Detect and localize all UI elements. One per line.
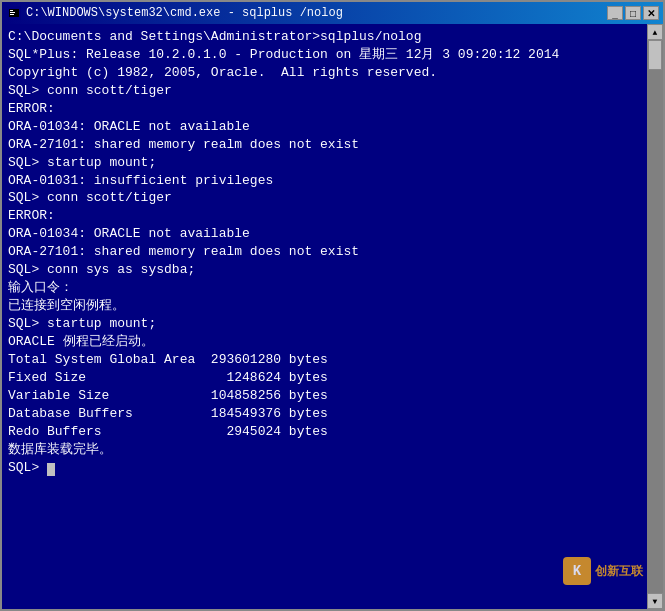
title-bar-left: C:\WINDOWS\system32\cmd.exe - sqlplus /n… xyxy=(6,5,343,21)
close-button[interactable]: ✕ xyxy=(643,6,659,20)
terminal-line: Database Buffers 184549376 bytes xyxy=(8,405,657,423)
watermark-label: 创新互联 xyxy=(595,563,643,580)
scroll-track xyxy=(647,40,663,593)
terminal-line: 输入口令： xyxy=(8,279,657,297)
scroll-thumb[interactable] xyxy=(648,40,662,70)
terminal-cursor xyxy=(47,463,55,476)
terminal-line: ORA-01034: ORACLE not available xyxy=(8,225,657,243)
terminal-output: C:\Documents and Settings\Administrator>… xyxy=(6,26,659,478)
maximize-button[interactable]: □ xyxy=(625,6,641,20)
terminal-line: ORA-27101: shared memory realm does not … xyxy=(8,243,657,261)
svg-rect-2 xyxy=(10,10,13,11)
terminal-line: ORA-01034: ORACLE not available xyxy=(8,118,657,136)
terminal-line: SQL> conn sys as sysdba; xyxy=(8,261,657,279)
terminal-line: SQL*Plus: Release 10.2.0.1.0 - Productio… xyxy=(8,46,657,64)
minimize-button[interactable]: _ xyxy=(607,6,623,20)
terminal-line: 已连接到空闲例程。 xyxy=(8,297,657,315)
watermark: K 创新互联 xyxy=(563,557,643,585)
terminal-line: C:\Documents and Settings\Administrator>… xyxy=(8,28,657,46)
terminal-line: ERROR: xyxy=(8,100,657,118)
watermark-icon: K xyxy=(563,557,591,585)
terminal-line: SQL> conn scott/tiger xyxy=(8,82,657,100)
terminal-area: C:\Documents and Settings\Administrator>… xyxy=(2,24,663,609)
terminal-line: ORA-27101: shared memory realm does not … xyxy=(8,136,657,154)
terminal-line: SQL> startup mount; xyxy=(8,154,657,172)
terminal-line: Copyright (c) 1982, 2005, Oracle. All ri… xyxy=(8,64,657,82)
terminal-line: SQL> startup mount; xyxy=(8,315,657,333)
svg-rect-4 xyxy=(10,14,14,15)
vertical-scrollbar[interactable]: ▲ ▼ xyxy=(647,24,663,609)
terminal-line: ORA-01031: insufficient privileges xyxy=(8,172,657,190)
terminal-line: SQL> xyxy=(8,459,657,477)
terminal-line: Fixed Size 1248624 bytes xyxy=(8,369,657,387)
terminal-line: SQL> conn scott/tiger xyxy=(8,189,657,207)
terminal-line: 数据库装载完毕。 xyxy=(8,441,657,459)
window-controls: _ □ ✕ xyxy=(607,6,659,20)
terminal-line: Redo Buffers 2945024 bytes xyxy=(8,423,657,441)
window-title: C:\WINDOWS\system32\cmd.exe - sqlplus /n… xyxy=(26,6,343,20)
terminal-line: ORACLE 例程已经启动。 xyxy=(8,333,657,351)
terminal-line: ERROR: xyxy=(8,207,657,225)
title-bar: C:\WINDOWS\system32\cmd.exe - sqlplus /n… xyxy=(2,2,663,24)
svg-rect-3 xyxy=(10,12,15,13)
cmd-icon xyxy=(6,5,22,21)
terminal-line: Variable Size 104858256 bytes xyxy=(8,387,657,405)
scroll-up-button[interactable]: ▲ xyxy=(647,24,663,40)
cmd-window: C:\WINDOWS\system32\cmd.exe - sqlplus /n… xyxy=(0,0,665,611)
scroll-down-button[interactable]: ▼ xyxy=(647,593,663,609)
terminal-line: Total System Global Area 293601280 bytes xyxy=(8,351,657,369)
